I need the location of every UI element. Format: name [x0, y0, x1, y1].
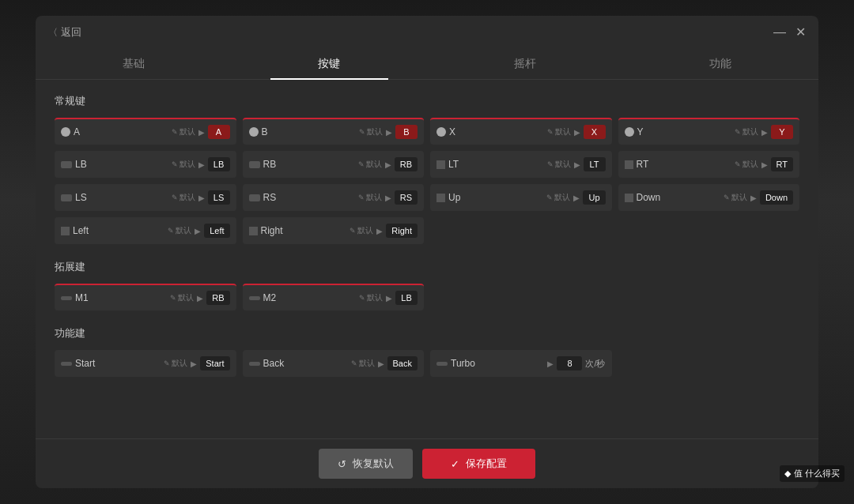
edit-btn-RB[interactable]: ✎ 默认: [358, 159, 382, 170]
key-label-M2: M2: [263, 292, 357, 303]
key-label-LT: LT: [448, 159, 544, 170]
edit-btn-Y[interactable]: ✎ 默认: [735, 126, 758, 137]
arrow-btn-Turbo[interactable]: ▶: [547, 359, 554, 368]
key-label-Left: Left: [73, 225, 164, 236]
edit-btn-Back[interactable]: ✎ 默认: [351, 358, 375, 369]
pencil-icon: ✎: [358, 160, 365, 168]
key-row-RS: RS ✎ 默认 ▶ RS: [243, 184, 425, 211]
square-icon: [625, 194, 633, 202]
rect-icon: [61, 161, 72, 168]
key-value-Down: Down: [760, 190, 793, 205]
arrow-btn-RT[interactable]: ▶: [761, 160, 768, 169]
pencil-icon: ✎: [358, 194, 365, 201]
edit-btn-Start[interactable]: ✎ 默认: [164, 358, 187, 369]
edit-btn-Down[interactable]: ✎ 默认: [724, 192, 747, 203]
key-row-Start: Start ✎ 默认 ▶ Start: [55, 350, 236, 377]
edit-btn-M2[interactable]: ✎ 默认: [359, 292, 383, 303]
arrow-btn-Left[interactable]: ▶: [195, 227, 201, 235]
square-icon: [436, 160, 445, 169]
key-label-B: B: [262, 126, 357, 137]
function-keys-grid: Start ✎ 默认 ▶ Start Back ✎ 默认 ▶ Back Turb…: [55, 350, 799, 377]
arrow-btn-LB[interactable]: ▶: [198, 160, 205, 169]
minimize-button[interactable]: —: [773, 26, 786, 39]
window-controls: — ✕: [773, 26, 806, 39]
arrow-btn-LS[interactable]: ▶: [198, 194, 205, 202]
arrow-btn-Up[interactable]: ▶: [573, 194, 580, 202]
key-row-Up: Up ✎ 默认 ▶ Up: [430, 184, 612, 211]
edit-btn-A[interactable]: ✎ 默认: [172, 126, 195, 137]
save-check-icon: ✓: [451, 458, 459, 470]
arrow-btn-Y[interactable]: ▶: [761, 128, 768, 137]
tab-function[interactable]: 功能: [623, 49, 819, 79]
arrow-btn-Back[interactable]: ▶: [378, 359, 384, 368]
back-button[interactable]: 〈 返回: [48, 25, 81, 39]
edit-btn-RS[interactable]: ✎ 默认: [358, 192, 382, 203]
edit-btn-B[interactable]: ✎ 默认: [359, 126, 383, 137]
arrow-btn-Right[interactable]: ▶: [376, 227, 383, 235]
arrow-btn-B[interactable]: ▶: [386, 128, 392, 137]
key-row-B: B ✎ 默认 ▶ B: [243, 118, 425, 145]
key-value-B: B: [395, 125, 418, 139]
restore-icon: ↺: [338, 458, 346, 470]
arrow-btn-X[interactable]: ▶: [574, 128, 580, 137]
key-row-RB: RB ✎ 默认 ▶ RB: [243, 151, 425, 178]
key-value-LS: LS: [208, 190, 230, 205]
function-keys-title: 功能建: [55, 326, 799, 340]
extended-keys-section: 拓展建 M1 ✎ 默认 ▶ RB M2 ✎ 默认 ▶ LB: [55, 260, 799, 310]
key-value-M1: RB: [206, 291, 229, 305]
arrow-btn-Down[interactable]: ▶: [750, 194, 757, 202]
pencil-icon: ✎: [351, 359, 357, 367]
key-row-Turbo: Turbo ▶ 8 次/秒: [430, 350, 612, 377]
edit-btn-X[interactable]: ✎ 默认: [547, 126, 571, 137]
rect-icon: [249, 161, 260, 168]
key-label-Down: Down: [637, 192, 720, 203]
normal-keys-row1: A ✎ 默认 ▶ A B ✎ 默认 ▶ B X ✎ 默认 ▶ X: [55, 118, 799, 145]
square-icon: [436, 194, 445, 202]
edit-btn-LT[interactable]: ✎ 默认: [547, 159, 571, 170]
key-row-Right: Right ✎ 默认 ▶ Right: [243, 217, 425, 244]
key-label-LS: LS: [75, 192, 168, 203]
key-value-LT: LT: [584, 157, 606, 171]
key-value-Y: Y: [771, 125, 793, 139]
extended-keys-grid: M1 ✎ 默认 ▶ RB M2 ✎ 默认 ▶ LB: [55, 284, 799, 310]
arrow-btn-LT[interactable]: ▶: [574, 160, 580, 169]
pencil-icon: ✎: [172, 194, 178, 201]
key-row-LB: LB ✎ 默认 ▶ LB: [55, 151, 236, 178]
key-label-Up: Up: [448, 192, 543, 203]
key-value-Left: Left: [204, 224, 229, 238]
tab-keys[interactable]: 按键: [232, 49, 428, 79]
arrow-btn-M2[interactable]: ▶: [386, 294, 392, 303]
edit-btn-LB[interactable]: ✎ 默认: [172, 159, 195, 170]
square-icon: [625, 160, 633, 169]
tab-joystick[interactable]: 摇杆: [427, 49, 623, 79]
edit-btn-Right[interactable]: ✎ 默认: [350, 225, 373, 236]
key-value-Start: Start: [200, 356, 229, 370]
arrow-btn-RB[interactable]: ▶: [385, 160, 391, 169]
edit-btn-LS[interactable]: ✎ 默认: [172, 192, 195, 203]
main-window: 〈 返回 — ✕ 基础 按键 摇杆 功能 常规键: [36, 16, 818, 488]
normal-keys-title: 常规键: [55, 94, 799, 108]
save-button[interactable]: ✓ 保存配置: [422, 449, 535, 479]
arrow-btn-Start[interactable]: ▶: [191, 359, 197, 368]
pencil-icon: ✎: [172, 128, 178, 136]
key-row-M2: M2 ✎ 默认 ▶ LB: [243, 284, 425, 310]
tab-basic[interactable]: 基础: [36, 49, 232, 79]
pencil-icon: ✎: [170, 294, 176, 302]
pencil-icon: ✎: [547, 128, 554, 136]
tab-bar: 基础 按键 摇杆 功能: [36, 49, 818, 80]
watermark-icon: ◆: [784, 468, 791, 479]
edit-btn-M1[interactable]: ✎ 默认: [170, 292, 194, 303]
pencil-icon: ✎: [547, 160, 554, 168]
edit-btn-RT[interactable]: ✎ 默认: [735, 159, 758, 170]
arrow-btn-M1[interactable]: ▶: [197, 294, 203, 303]
key-row-RT: RT ✎ 默认 ▶ RT: [618, 151, 800, 178]
restore-button[interactable]: ↺ 恢复默认: [319, 449, 413, 479]
rect-icon: [61, 194, 72, 201]
edit-btn-Up[interactable]: ✎ 默认: [546, 192, 570, 203]
arrow-btn-A[interactable]: ▶: [198, 128, 205, 137]
key-label-Turbo: Turbo: [451, 358, 544, 369]
edit-btn-Left[interactable]: ✎ 默认: [168, 225, 191, 236]
rect-icon: [249, 194, 260, 201]
arrow-btn-RS[interactable]: ▶: [385, 194, 391, 202]
close-button[interactable]: ✕: [795, 26, 806, 39]
